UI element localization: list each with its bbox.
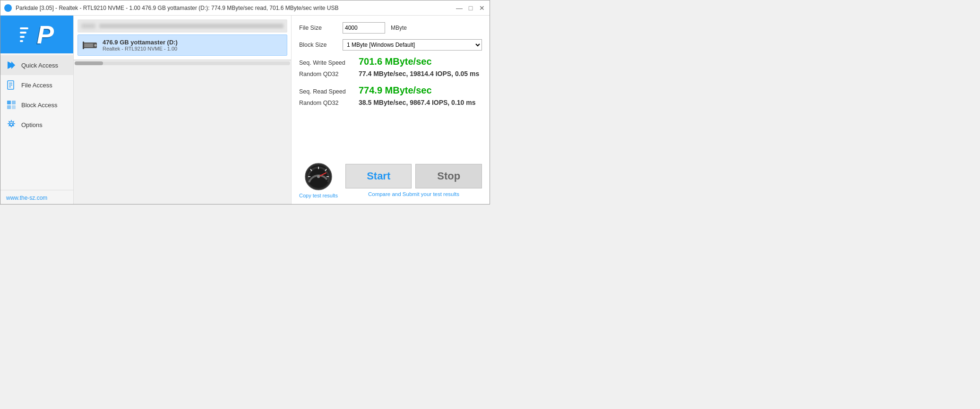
action-buttons: Start Stop bbox=[345, 164, 482, 188]
maximize-button[interactable]: □ bbox=[467, 4, 474, 12]
file-size-input[interactable] bbox=[343, 22, 385, 34]
svg-point-23 bbox=[317, 175, 320, 178]
sidebar-label-file-access: File Access bbox=[21, 82, 52, 89]
drive-icon bbox=[83, 41, 98, 50]
title-bar: Parkdale [3.05] - Realtek - RTL9210 NVME… bbox=[0, 0, 490, 16]
random-qd32-read-label: Random QD32 bbox=[299, 100, 351, 106]
file-size-label: File Size bbox=[299, 25, 337, 31]
random-qd32-write-value: 77.4 MByte/sec, 19814.4 IOPS, 0.05 ms bbox=[359, 70, 479, 77]
logo-line-3 bbox=[20, 36, 25, 38]
logo-line-2 bbox=[20, 32, 26, 34]
seq-write-label: Seq. Write Speed bbox=[299, 60, 351, 66]
options-icon bbox=[6, 119, 17, 130]
window-title: Parkdale [3.05] - Realtek - RTL9210 NVME… bbox=[16, 5, 456, 11]
block-size-label: Block Size bbox=[299, 42, 337, 48]
copy-test-results-link[interactable]: Copy test results bbox=[299, 193, 338, 198]
device-header-blurred bbox=[77, 19, 287, 33]
seq-read-row: Seq. Read Speed 774.9 MByte/sec bbox=[299, 85, 482, 96]
sidebar-item-file-access[interactable]: File Access bbox=[0, 75, 73, 95]
file-access-icon bbox=[6, 80, 17, 90]
seq-write-row: Seq. Write Speed 701.6 MByte/sec bbox=[299, 56, 482, 67]
minimize-button[interactable]: ― bbox=[456, 4, 463, 12]
random-qd32-read-row: Random QD32 38.5 MByte/sec, 9867.4 IOPS,… bbox=[299, 99, 482, 106]
svg-marker-1 bbox=[11, 61, 15, 69]
block-access-icon bbox=[6, 100, 17, 110]
file-size-unit: MByte bbox=[391, 25, 407, 31]
links-area: Compare and Submit your test results bbox=[345, 191, 482, 197]
bottom-area: Copy test results Start Stop Compare and… bbox=[299, 159, 482, 198]
sidebar-item-options[interactable]: Options bbox=[0, 115, 73, 135]
sidebar-nav: Quick Access File Access bbox=[0, 53, 73, 190]
write-results-section: Seq. Write Speed 701.6 MByte/sec Random … bbox=[299, 56, 482, 80]
sidebar-footer: www.the-sz.com bbox=[0, 190, 73, 204]
seq-write-value: 701.6 MByte/sec bbox=[359, 56, 432, 67]
app-logo: P bbox=[0, 16, 73, 53]
svg-rect-14 bbox=[83, 42, 84, 49]
random-qd32-write-row: Random QD32 77.4 MByte/sec, 19814.4 IOPS… bbox=[299, 70, 482, 77]
start-button[interactable]: Start bbox=[345, 164, 412, 188]
device-name: 476.9 GB yottamaster (D:) bbox=[103, 39, 178, 46]
sidebar-item-quick-access[interactable]: Quick Access bbox=[0, 55, 73, 75]
logo-line-1 bbox=[20, 27, 28, 29]
scrollbar-thumb[interactable] bbox=[75, 61, 103, 65]
file-size-row: File Size MByte bbox=[299, 22, 482, 34]
svg-rect-6 bbox=[7, 101, 11, 104]
seq-read-value: 774.9 MByte/sec bbox=[359, 85, 432, 96]
logo-line-4 bbox=[20, 40, 23, 42]
compare-submit-link[interactable]: Compare and Submit bbox=[368, 191, 420, 197]
svg-rect-12 bbox=[84, 43, 93, 47]
website-link[interactable]: www.the-sz.com bbox=[6, 195, 47, 201]
logo-lines bbox=[20, 27, 28, 42]
block-size-select[interactable]: 1 MByte [Windows Default] bbox=[343, 39, 482, 51]
scrollbar-track[interactable] bbox=[75, 61, 290, 65]
device-item[interactable]: 476.9 GB yottamaster (D:) Realtek - RTL9… bbox=[77, 34, 287, 56]
svg-point-13 bbox=[95, 44, 97, 46]
app-icon bbox=[4, 4, 12, 12]
seq-read-label: Seq. Read Speed bbox=[299, 88, 351, 95]
device-sub: Realtek - RTL9210 NVME - 1.00 bbox=[103, 46, 178, 51]
quick-access-icon bbox=[6, 60, 17, 70]
blurred-col2 bbox=[99, 24, 284, 28]
svg-rect-8 bbox=[7, 105, 11, 109]
compare-submit-text: Compare and Submit your test results bbox=[368, 191, 459, 197]
device-list-area: 476.9 GB yottamaster (D:) Realtek - RTL9… bbox=[74, 16, 291, 60]
speedometer-icon bbox=[304, 162, 333, 191]
scrollbar-area bbox=[74, 60, 291, 66]
svg-rect-9 bbox=[12, 105, 16, 109]
random-qd32-read-value: 38.5 MByte/sec, 9867.4 IOPS, 0.10 ms bbox=[359, 99, 476, 106]
random-qd32-write-label: Random QD32 bbox=[299, 71, 351, 77]
block-size-row: Block Size 1 MByte [Windows Default] bbox=[299, 39, 482, 51]
window-controls: ― □ ✕ bbox=[456, 4, 486, 12]
sidebar-item-block-access[interactable]: Block Access bbox=[0, 95, 73, 115]
logo-letter: P bbox=[37, 22, 54, 47]
sidebar-label-quick-access: Quick Access bbox=[21, 62, 58, 69]
right-panel: File Size MByte Block Size 1 MByte [Wind… bbox=[291, 16, 490, 204]
sidebar-label-options: Options bbox=[21, 121, 43, 128]
read-results-section: Seq. Read Speed 774.9 MByte/sec Random Q… bbox=[299, 85, 482, 109]
blurred-col1 bbox=[81, 24, 95, 28]
sidebar-label-block-access: Block Access bbox=[21, 102, 58, 109]
close-button[interactable]: ✕ bbox=[478, 4, 486, 12]
sidebar: P Quick Access File Access bbox=[0, 16, 74, 204]
svg-rect-7 bbox=[12, 101, 16, 104]
device-info: 476.9 GB yottamaster (D:) Realtek - RTL9… bbox=[103, 39, 178, 51]
your-results-link[interactable]: your test results bbox=[421, 191, 459, 197]
stop-button[interactable]: Stop bbox=[415, 164, 482, 188]
svg-point-10 bbox=[10, 123, 13, 126]
